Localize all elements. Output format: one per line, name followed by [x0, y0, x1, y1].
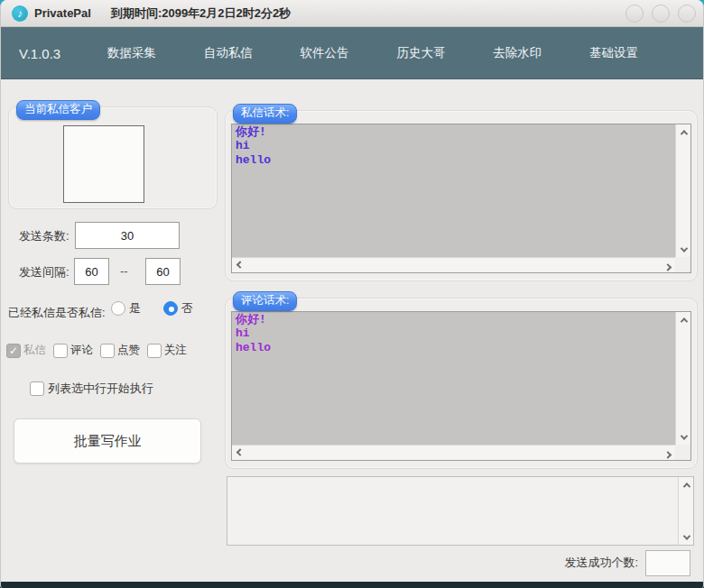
maximize-button[interactable] — [652, 5, 670, 23]
checkbox-follow[interactable]: 关注 — [147, 343, 187, 358]
title-bar: ♪ PrivatePal 到期时间:2099年2月2日2时2分2秒 — [1, 0, 703, 27]
chevron-right-icon[interactable] — [660, 446, 675, 461]
chevron-up-icon[interactable] — [676, 124, 691, 140]
current-customer-group: 当前私信客户 — [8, 106, 218, 209]
checkbox-like[interactable]: 点赞 — [100, 343, 140, 358]
checkbox-start-from-selected-label: 列表选中行开始执行 — [48, 381, 153, 397]
radio-yes-label: 是 — [129, 300, 141, 317]
success-count-label: 发送成功个数: — [564, 555, 638, 571]
dm-script-group: 私信话术: 你好! hi hello — [225, 110, 698, 281]
comment-vertical-scrollbar[interactable] — [675, 312, 690, 445]
dm-script-group-label: 私信话术: — [233, 104, 297, 124]
chevron-left-icon[interactable] — [232, 446, 247, 461]
comment-script-textarea[interactable]: 你好! hi hello — [232, 312, 675, 445]
expiry-time-label: 到期时间:2099年2月2日2时2分2秒 — [111, 5, 291, 22]
interval-from-input[interactable] — [74, 258, 109, 285]
checkbox-start-from-selected-box[interactable] — [30, 381, 44, 396]
current-customer-group-label: 当前私信客户 — [16, 100, 100, 120]
scrollbar-track[interactable] — [676, 327, 690, 429]
checkbox-comment-box[interactable] — [53, 344, 68, 358]
bottom-bar — [1, 582, 703, 588]
already-sent-label: 已经私信是否私信: — [8, 305, 106, 321]
chevron-up-icon[interactable] — [679, 477, 694, 492]
checkbox-like-box[interactable] — [100, 344, 115, 358]
customer-avatar-placeholder — [63, 125, 144, 203]
dm-script-textarea-frame: 你好! hi hello — [231, 124, 691, 273]
interval-separator: -- — [120, 264, 128, 278]
batch-write-button[interactable]: 批量写作业 — [14, 418, 201, 464]
checkbox-comment[interactable]: 评论 — [53, 343, 93, 358]
success-count-row: 发送成功个数: — [564, 549, 690, 576]
checkbox-dm-box[interactable]: ✓ — [6, 344, 21, 358]
scrollbar-track[interactable] — [247, 446, 660, 460]
send-interval-label: 发送间隔: — [19, 264, 69, 280]
tab-remove-watermark[interactable]: 去除水印 — [493, 45, 542, 61]
app-title: PrivatePal — [34, 6, 91, 20]
chevron-down-icon[interactable] — [679, 529, 694, 545]
scrollbar-track[interactable] — [247, 258, 660, 272]
checkbox-start-from-selected[interactable]: 列表选中行开始执行 — [30, 381, 153, 397]
checkbox-comment-label: 评论 — [70, 343, 93, 358]
chevron-down-icon[interactable] — [676, 242, 691, 257]
scrollbar-corner — [675, 257, 690, 272]
radio-yes-dot[interactable] — [111, 301, 125, 316]
tab-basic-settings[interactable]: 基础设置 — [589, 45, 638, 61]
interval-to-input[interactable] — [145, 258, 181, 285]
chevron-right-icon[interactable] — [660, 258, 675, 273]
log-list-content[interactable] — [227, 477, 678, 545]
radio-no-label: 否 — [181, 300, 193, 317]
comment-script-group-label: 评论话术: — [233, 291, 297, 311]
dm-script-textarea[interactable]: 你好! hi hello — [232, 124, 675, 257]
checkbox-dm[interactable]: ✓ 私信 — [6, 343, 46, 358]
radio-option-yes[interactable]: 是 — [111, 300, 141, 317]
send-count-input[interactable] — [75, 222, 180, 249]
minimize-button[interactable] — [625, 5, 644, 23]
scrollbar-track[interactable] — [676, 140, 690, 242]
send-count-label: 发送条数: — [19, 228, 69, 244]
app-window: ♪ PrivatePal 到期时间:2099年2月2日2时2分2秒 V.1.0.… — [0, 0, 704, 588]
nav-tabs: 数据采集 自动私信 软件公告 历史大哥 去除水印 基础设置 — [107, 27, 638, 78]
scrollbar-corner — [675, 445, 690, 460]
log-list-box[interactable] — [227, 476, 694, 546]
comment-script-group: 评论话术: 你好! hi hello — [225, 298, 698, 469]
nav-bar: V.1.0.3 数据采集 自动私信 软件公告 历史大哥 去除水印 基础设置 — [1, 27, 703, 79]
chevron-left-icon[interactable] — [232, 258, 247, 273]
window-controls — [625, 5, 696, 23]
checkbox-follow-box[interactable] — [147, 344, 162, 358]
tab-announcement[interactable]: 软件公告 — [301, 45, 349, 61]
dm-horizontal-scrollbar[interactable] — [232, 257, 675, 272]
comment-script-textarea-frame: 你好! hi hello — [231, 311, 691, 461]
log-vertical-scrollbar[interactable] — [678, 477, 693, 545]
tab-auto-dm[interactable]: 自动私信 — [204, 45, 253, 61]
radio-no-dot[interactable] — [163, 301, 178, 316]
dm-vertical-scrollbar[interactable] — [675, 124, 690, 257]
tab-history[interactable]: 历史大哥 — [396, 45, 445, 61]
version-label: V.1.0.3 — [19, 45, 60, 60]
success-count-input[interactable] — [645, 550, 690, 576]
checkbox-like-label: 点赞 — [117, 343, 140, 358]
chevron-up-icon[interactable] — [676, 312, 691, 327]
tab-data-collection[interactable]: 数据采集 — [107, 45, 156, 61]
comment-horizontal-scrollbar[interactable] — [232, 445, 675, 460]
scrollbar-track[interactable] — [679, 492, 693, 529]
checkbox-dm-label: 私信 — [23, 343, 46, 358]
checkbox-follow-label: 关注 — [164, 343, 187, 358]
action-checkbox-row: ✓ 私信 评论 点赞 关注 — [6, 343, 187, 358]
music-note-icon: ♪ — [12, 5, 28, 22]
close-button[interactable] — [678, 5, 696, 23]
radio-option-no[interactable]: 否 — [163, 300, 193, 317]
chevron-down-icon[interactable] — [676, 429, 691, 445]
main-area: 当前私信客户 发送条数: 发送间隔: -- 已经私信是否私信: 是 否 ✓ 私信 — [1, 79, 703, 582]
